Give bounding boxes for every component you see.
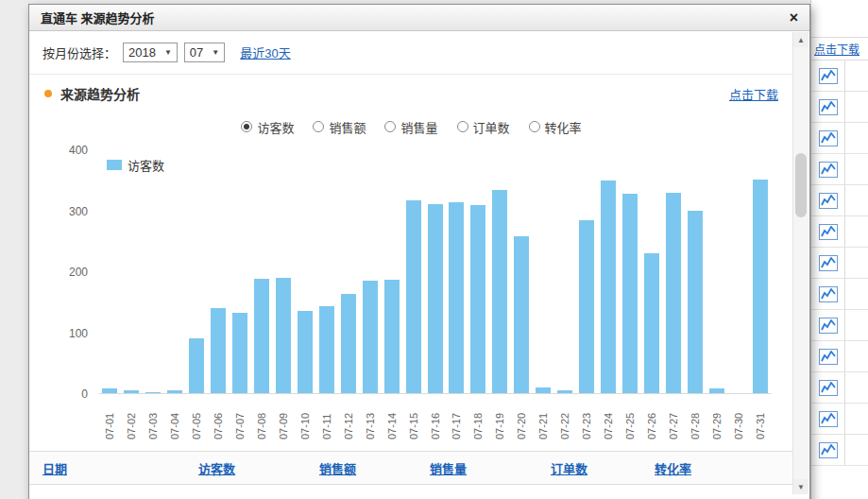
background-download-link[interactable]: 点击下载 (814, 41, 859, 57)
radio-访客数[interactable]: 访客数 (241, 118, 294, 136)
x-tick-label: 07-08 (256, 398, 267, 439)
column-header-访客数[interactable]: 访客数 (198, 459, 319, 477)
bar-slot (402, 150, 424, 393)
bar-07-22 (557, 390, 572, 393)
bar-slot (446, 150, 468, 393)
x-label-slot: 07-16 (424, 398, 446, 439)
bar-07-28 (688, 211, 703, 393)
legend-label: 访客数 (128, 156, 164, 174)
trend-chart-icon[interactable] (811, 92, 845, 122)
bar-07-14 (384, 280, 400, 393)
x-tick-label: 07-09 (278, 398, 289, 439)
x-label-slot: 07-29 (706, 398, 727, 439)
x-label-slot: 07-05 (186, 398, 208, 439)
trend-chart-icon[interactable] (811, 185, 845, 215)
data-table-header: 日期访客数销售额销售量订单数转化率 (29, 451, 793, 485)
x-label-slot: 07-11 (315, 398, 337, 439)
bar-slot (511, 150, 533, 393)
x-label-slot: 07-19 (489, 398, 511, 439)
x-label-slot: 07-25 (620, 398, 641, 439)
bar-07-06 (211, 308, 226, 393)
background-table-row (811, 341, 868, 372)
bar-slot (143, 150, 164, 393)
bar-07-17 (449, 202, 464, 393)
column-header-销售额[interactable]: 销售额 (319, 459, 430, 477)
bar-07-09 (276, 278, 291, 393)
column-header-转化率[interactable]: 转化率 (655, 459, 793, 477)
x-label-slot: 07-21 (533, 398, 554, 439)
bar-slot (727, 150, 749, 393)
radio-label: 销售额 (329, 118, 366, 136)
trend-chart-icon[interactable] (811, 279, 845, 309)
download-link[interactable]: 点击下载 (729, 85, 778, 103)
bar-07-04 (167, 390, 182, 393)
background-table-row (811, 310, 868, 341)
bar-07-03 (145, 392, 161, 393)
x-tick-label: 07-06 (213, 398, 224, 439)
x-tick-label: 07-23 (581, 398, 592, 439)
metric-radio-group: 访客数销售额销售量订单数转化率 (29, 114, 793, 139)
radio-销售量[interactable]: 销售量 (384, 118, 437, 136)
month-select[interactable]: 07 ▼ (184, 43, 225, 62)
bar-slot (315, 150, 337, 393)
bar-slot (468, 150, 489, 393)
background-link-row: 点击下载 (811, 38, 868, 60)
recent-30-days-link[interactable]: 最近30天 (240, 43, 290, 61)
radio-转化率[interactable]: 转化率 (529, 118, 582, 136)
trend-chart-icon[interactable] (811, 310, 845, 340)
radio-circle-icon (313, 121, 324, 132)
bar-slot (164, 150, 186, 393)
bar-slot (186, 150, 208, 393)
close-icon[interactable]: × (790, 10, 798, 26)
trend-chart-icon[interactable] (811, 216, 845, 247)
column-header-订单数[interactable]: 订单数 (551, 459, 655, 477)
y-tick-label: 0 (81, 387, 88, 401)
radio-销售额[interactable]: 销售额 (313, 118, 366, 136)
modal-body: 按月份选择： 2018 ▼ 07 ▼ 最近30天 来源趋势分析 点击下载 访客数… (29, 31, 809, 499)
x-tick-label: 07-05 (191, 398, 202, 439)
background-table-row (811, 248, 868, 279)
bar-slot (424, 150, 446, 393)
radio-订单数[interactable]: 订单数 (457, 118, 510, 136)
x-label-slot: 07-06 (208, 398, 230, 439)
x-tick-label: 07-20 (516, 398, 527, 439)
background-table-row (811, 372, 868, 404)
x-label-slot: 07-15 (402, 398, 424, 439)
section-header: 来源趋势分析 点击下载 (29, 75, 793, 112)
bar-slot (706, 150, 727, 393)
trend-chart-icon[interactable] (811, 60, 845, 91)
background-table-row (811, 216, 868, 248)
bar-07-26 (644, 253, 659, 393)
column-header-销售量[interactable]: 销售量 (430, 459, 551, 477)
bar-07-05 (189, 338, 204, 393)
x-label-slot: 07-30 (727, 398, 749, 439)
column-header-日期[interactable]: 日期 (43, 459, 198, 477)
trend-chart-icon[interactable] (811, 372, 845, 403)
scrollbar-up-arrow[interactable]: ▲ (793, 32, 808, 47)
bar-slot (208, 150, 230, 393)
bar-07-01 (102, 388, 117, 393)
x-label-slot: 07-01 (99, 398, 121, 439)
scrollbar-down-arrow[interactable]: ▼ (793, 479, 808, 494)
modal-scrollbar[interactable]: ▲ ▼ (792, 32, 808, 494)
bar-slot (554, 150, 576, 393)
trend-chart-icon[interactable] (811, 404, 845, 434)
radio-label: 访客数 (257, 118, 294, 136)
scrollbar-thumb[interactable] (795, 153, 807, 217)
trend-chart-icon[interactable] (811, 154, 845, 184)
trend-chart-icon[interactable] (811, 435, 845, 465)
trend-chart-icon[interactable] (811, 123, 845, 153)
plot-wrap: 访客数 07-0107-0207-0307-0407-0507-0607-070… (99, 150, 771, 439)
bar-slot (533, 150, 554, 393)
bar-slot (359, 150, 381, 393)
trend-chart-icon[interactable] (811, 341, 845, 371)
year-select[interactable]: 2018 ▼ (123, 43, 178, 62)
trend-chart-icon[interactable] (811, 248, 845, 278)
bar-07-07 (232, 313, 247, 393)
x-tick-label: 07-13 (365, 398, 376, 439)
x-label-slot: 07-13 (359, 398, 381, 439)
x-label-slot: 07-24 (598, 398, 620, 439)
month-select-label: 按月份选择： (43, 43, 116, 61)
trend-bar-chart: 0100200300400 访客数 07-0107-0207-0307-0407… (46, 150, 771, 439)
bar-07-21 (536, 387, 551, 393)
